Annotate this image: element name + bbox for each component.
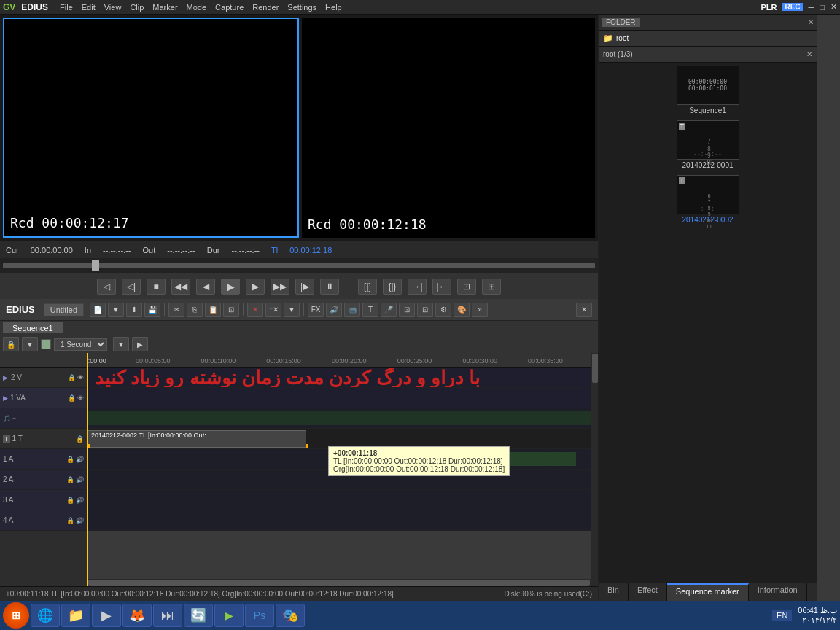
track-2v-lock[interactable]: 🔒 <box>68 374 76 381</box>
toolbar-delete[interactable]: ✕ <box>247 303 263 317</box>
menu-clip[interactable]: Clip <box>130 3 144 12</box>
timeline-ctrl3[interactable] <box>41 339 51 349</box>
taskbar-sync[interactable]: 🔄 <box>184 604 213 627</box>
transport-arrow-right[interactable]: →| <box>408 279 427 295</box>
track-1a-vol[interactable]: 🔊 <box>76 456 84 463</box>
timeline-ctrl1[interactable]: 🔒 <box>3 337 19 351</box>
taskbar-player[interactable]: ⏭ <box>153 604 182 627</box>
track-4a-mute[interactable]: 🔒 <box>66 517 74 524</box>
toolbar-cut[interactable]: ✂ <box>168 303 184 317</box>
preview-screens: Rcd 00:00:12:17 Rcd 00:00:12:18 <box>0 15 598 241</box>
timeline-ctrl2[interactable]: ▼ <box>22 337 38 351</box>
tab-information[interactable]: Information <box>749 583 807 601</box>
transport-rew[interactable]: ◀◀ <box>171 279 190 295</box>
toolbar-ripple[interactable]: ⁻✕ <box>265 303 281 317</box>
transport-play[interactable]: ▶ <box>221 279 240 295</box>
tab-effect[interactable]: Effect <box>629 583 667 601</box>
transport-prev[interactable]: ◁| <box>122 279 141 295</box>
toolbar-save-out[interactable]: ⬆ <box>126 303 142 317</box>
taskbar-media[interactable]: ▶ <box>92 604 121 627</box>
root-folder-name[interactable]: root <box>616 34 629 42</box>
timeline-scale-select[interactable]: 1 Second <box>54 338 107 351</box>
track-3a-mute[interactable]: 🔒 <box>66 497 74 504</box>
toolbar-text[interactable]: T <box>362 303 378 317</box>
transport-plus[interactable]: ⊞ <box>482 279 501 295</box>
toolbar-copy[interactable]: ⎘ <box>187 303 203 317</box>
h-scrollbar[interactable] <box>88 580 590 586</box>
menu-view[interactable]: View <box>104 3 122 12</box>
transport-inout[interactable]: [|] <box>358 279 377 295</box>
v-scrollbar[interactable] <box>592 354 598 383</box>
toolbar-video[interactable]: 📹 <box>344 303 360 317</box>
transport-next[interactable]: |▶ <box>295 279 314 295</box>
menu-capture[interactable]: Capture <box>215 3 244 12</box>
toolbar-new[interactable]: 📄 <box>90 303 106 317</box>
toolbar-audio[interactable]: 🔊 <box>326 303 342 317</box>
track-1va-lock[interactable]: 🔒 <box>68 394 76 402</box>
close-panel-btn[interactable]: ✕ <box>808 18 814 26</box>
taskbar-explorer[interactable]: 📁 <box>61 604 90 627</box>
toolbar-open[interactable]: ▼ <box>108 303 124 317</box>
track-3a-vol[interactable]: 🔊 <box>76 497 84 504</box>
transport-mark-out[interactable]: {|} <box>383 279 402 295</box>
transport-grid[interactable]: ⊡ <box>457 279 476 295</box>
toolbar-fx[interactable]: FX <box>308 303 324 317</box>
transport-stop[interactable]: ■ <box>147 279 166 295</box>
toolbar-color[interactable]: 🎨 <box>454 303 470 317</box>
toolbar-more1[interactable]: ⊡ <box>399 303 415 317</box>
bin-item-sequence1[interactable]: 00:00:00:00 00:00:01:00 Sequence1 <box>602 66 814 114</box>
root-close[interactable]: ✕ <box>806 50 812 58</box>
taskbar-ps[interactable]: Ps <box>245 604 274 627</box>
toolbar-trim[interactable]: ▼ <box>284 303 300 317</box>
track-2a-mute[interactable]: 🔒 <box>66 476 74 483</box>
menu-settings[interactable]: Settings <box>287 3 316 12</box>
track-1t-lock[interactable]: 🔒 <box>76 435 84 443</box>
edius-close-btn[interactable]: ✕ <box>576 303 592 317</box>
transport-step-back[interactable]: ◀ <box>196 279 215 295</box>
start-button[interactable]: ⊞ <box>3 602 29 629</box>
toolbar-more2[interactable]: ⊡ <box>417 303 433 317</box>
transport-ff[interactable]: ▶▶ <box>271 279 289 295</box>
transport-pause[interactable]: ⏸ <box>320 279 339 295</box>
taskbar-ie[interactable]: 🌐 <box>31 604 60 627</box>
title-clip[interactable]: 20140212-0002 TL [In:00:00:00:00 Out:...… <box>88 430 306 448</box>
folder-btn[interactable]: FOLDER <box>602 18 640 27</box>
toolbar-expand[interactable]: » <box>472 303 488 317</box>
sequence-tab[interactable]: Sequence1 <box>3 322 63 333</box>
minimize-btn[interactable]: ─ <box>809 3 814 12</box>
scrubber-thumb[interactable] <box>92 260 99 271</box>
menu-edit[interactable]: Edit <box>82 3 96 12</box>
bin-item-0002[interactable]: T --:--:-- 67891011 20140212-0002 <box>602 175 814 224</box>
clip-tooltip: +00:00:11:18 TL [In:00:00:00:00 Out:00:0… <box>328 446 510 476</box>
track-4a-vol[interactable]: 🔊 <box>76 517 84 524</box>
timeline-zoom-in[interactable]: ▼ <box>113 337 129 351</box>
track-2v-eye[interactable]: 👁 <box>77 374 84 381</box>
toolbar-paste2[interactable]: ⊡ <box>223 303 239 317</box>
tab-bin[interactable]: Bin <box>599 583 629 601</box>
toolbar-paste[interactable]: 📋 <box>205 303 221 317</box>
menu-file[interactable]: File <box>60 3 73 12</box>
taskbar-extra[interactable]: 🎭 <box>276 604 305 627</box>
transport-mark-in[interactable]: ◁ <box>97 279 116 295</box>
maximize-btn[interactable]: □ <box>820 3 825 12</box>
taskbar-edius[interactable]: ▶ <box>214 604 244 627</box>
menu-marker[interactable]: Marker <box>152 3 177 12</box>
transport-arrow-left[interactable]: |← <box>432 279 451 295</box>
toolbar-save[interactable]: 💾 <box>144 303 160 317</box>
transport-step-fwd[interactable]: ▶ <box>246 279 265 295</box>
tab-sequence-marker[interactable]: Sequence marker <box>667 583 749 601</box>
lang-indicator[interactable]: EN <box>772 610 792 621</box>
scrubber-track[interactable] <box>3 262 595 268</box>
toolbar-mic[interactable]: 🎤 <box>381 303 397 317</box>
taskbar-firefox[interactable]: 🦊 <box>122 604 152 627</box>
toolbar-settings[interactable]: ⚙ <box>435 303 451 317</box>
track-1a-mute[interactable]: 🔒 <box>66 456 74 463</box>
timeline-zoom-out[interactable]: ▶ <box>132 337 148 351</box>
menu-help[interactable]: Help <box>325 3 342 12</box>
track-2a-vol[interactable]: 🔊 <box>76 476 84 483</box>
menu-mode[interactable]: Mode <box>187 3 207 12</box>
bin-item-0001[interactable]: T --:--:-- 78910 20140212-0001 <box>602 120 814 169</box>
close-btn[interactable]: ✕ <box>831 2 837 12</box>
menu-render[interactable]: Render <box>252 3 279 12</box>
track-1va-eye[interactable]: 👁 <box>77 394 84 402</box>
